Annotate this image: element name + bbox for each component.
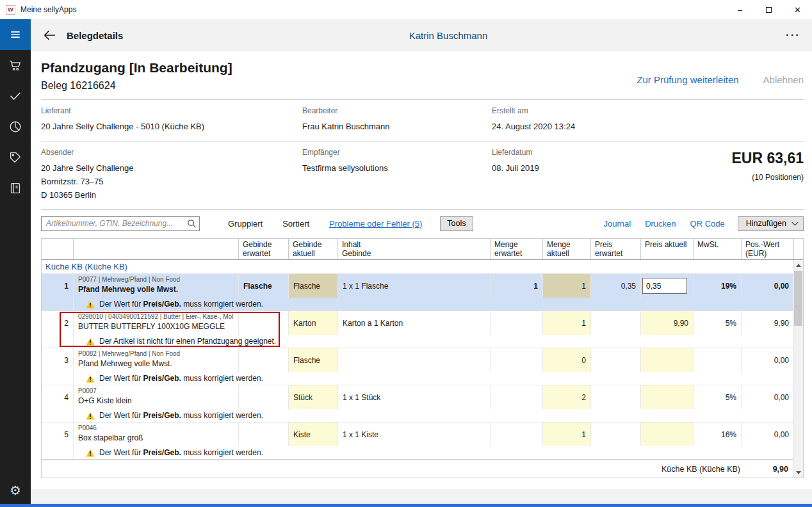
- hamburger-icon: [9, 28, 22, 41]
- menge-aktuell-cell[interactable]: 1: [543, 422, 591, 446]
- document-title: Pfandzugang [In Bearbeitung]: [41, 60, 804, 76]
- preis-aktuell-cell[interactable]: [641, 385, 694, 409]
- preis-aktuell-input[interactable]: [642, 278, 687, 294]
- col-gebinde-erwartet: Gebinde erwartet: [239, 239, 289, 259]
- gebinde-erwartet-cell: Flasche: [239, 274, 289, 298]
- drucken-link[interactable]: Drucken: [645, 219, 676, 229]
- preis-aktuell-cell[interactable]: 9,90: [641, 311, 694, 335]
- menge-aktuell-cell[interactable]: 2: [543, 385, 591, 409]
- article-meta: P0082 | Mehrweg/Pfand | Non Food: [78, 350, 234, 357]
- sidebar-item-cart[interactable]: [0, 50, 31, 81]
- table-row: 1 P0077 | Mehrweg/Pfand | Non Food Pfand…: [42, 274, 803, 311]
- col-pos-wert: Pos.-Wert (EUR): [742, 239, 794, 259]
- warning-icon: [86, 449, 95, 457]
- row-number: 3: [42, 348, 74, 372]
- tools-button[interactable]: Tools: [440, 216, 473, 231]
- gebinde-aktuell-cell[interactable]: Karton: [289, 311, 338, 335]
- scroll-down-button[interactable]: [793, 468, 803, 478]
- warning-icon: [86, 412, 95, 420]
- preis-aktuell-cell[interactable]: [641, 348, 694, 372]
- warning-icon: [86, 300, 95, 309]
- position-row-1[interactable]: 1 P0077 | Mehrweg/Pfand | Non Food Pfand…: [42, 274, 794, 298]
- user-name-link[interactable]: Katrin Buschmann: [409, 30, 488, 41]
- footer-group-label: Küche KB (Küche KB): [662, 465, 740, 474]
- search-icon[interactable]: [187, 219, 197, 231]
- menge-aktuell-cell[interactable]: 1: [543, 311, 591, 335]
- cart-icon: [8, 58, 22, 72]
- row-number: 1: [42, 274, 74, 298]
- journal-link[interactable]: Journal: [603, 219, 631, 229]
- pie-chart-icon: [8, 120, 22, 134]
- mwst-cell: [694, 348, 742, 372]
- preis-erwartet-cell: [591, 348, 641, 372]
- menge-erwartet-cell: [491, 311, 543, 335]
- gebinde-aktuell-cell[interactable]: Kiste: [289, 422, 338, 446]
- menge-aktuell-cell[interactable]: 0: [543, 348, 591, 372]
- info-empfaenger: Empfänger Testfirma sellysolutions: [302, 148, 492, 202]
- qr-code-link[interactable]: QR Code: [690, 219, 725, 229]
- sidebar-item-statistics[interactable]: [0, 111, 31, 142]
- position-row-4[interactable]: 4 P0007 O+G Kiste klein Stück 1 x 1 Stüc…: [42, 385, 794, 409]
- article-name: Pfand Mehrweg volle Mwst.: [78, 359, 234, 368]
- article-meta: P0077 | Mehrweg/Pfand | Non Food: [78, 276, 234, 283]
- sidebar-item-labels[interactable]: [0, 142, 31, 173]
- position-row-2[interactable]: 2 0298010 | 04034900121592 | Butter | Ei…: [42, 311, 794, 335]
- total-amount: EUR 63,61: [646, 150, 804, 167]
- gebinde-erwartet-cell: [239, 385, 289, 409]
- forward-for-review-button[interactable]: Zur Prüfung weiterleiten: [637, 74, 738, 85]
- reject-button[interactable]: Ablehnen: [763, 74, 804, 85]
- info-lieferant: Lieferant 20 Jahre Selly Challenge - 501…: [41, 106, 302, 133]
- pos-wert-cell: 0,00: [742, 348, 794, 372]
- gebinde-aktuell-cell[interactable]: Flasche: [289, 348, 338, 372]
- maximize-button[interactable]: [754, 0, 783, 19]
- table-row: 4 P0007 O+G Kiste klein Stück 1 x 1 Stüc…: [42, 385, 803, 422]
- close-button[interactable]: ✕: [783, 0, 812, 19]
- gebinde-aktuell-cell[interactable]: Flasche: [289, 274, 338, 298]
- sidebar-item-tasks[interactable]: [0, 81, 31, 111]
- tag-icon: [8, 150, 22, 165]
- back-button[interactable]: [42, 28, 56, 42]
- group-header[interactable]: Küche KB (Küche KB): [42, 260, 794, 274]
- inhalt-gebinde-cell: [338, 348, 491, 372]
- row-warning: Der Wert für Preis/Geb. muss korrigiert …: [42, 298, 794, 311]
- position-row-5[interactable]: 5 P0046 Box stapelbar groß Kiste 1 x 1 K…: [42, 422, 794, 446]
- minimize-button[interactable]: –: [726, 0, 754, 19]
- position-row-3[interactable]: 3 P0082 | Mehrweg/Pfand | Non Food Pfand…: [42, 348, 794, 372]
- positions-toolbar: Gruppiert Sortiert Probleme oder Fehler …: [41, 216, 804, 231]
- table-row: 2 0298010 | 04034900121592 | Butter | Ei…: [42, 311, 803, 348]
- hinzufuegen-dropdown-button[interactable]: Hinzufügen: [738, 216, 804, 231]
- inhalt-gebinde-cell: 1 x 1 Flasche: [338, 274, 491, 298]
- row-number: 2: [42, 311, 74, 335]
- position-count: (10 Positionen): [646, 173, 804, 182]
- grouped-toggle[interactable]: Gruppiert: [228, 219, 263, 229]
- menge-aktuell-cell[interactable]: 1: [543, 274, 591, 298]
- article-name: BUTTER BUTTERFLY 100X10G MEGGLE: [78, 322, 234, 331]
- pos-wert-cell: 0,00: [742, 422, 794, 446]
- scroll-up-icon: [796, 264, 801, 267]
- scrollbar-thumb[interactable]: [794, 271, 802, 326]
- vertical-scrollbar[interactable]: [793, 261, 803, 478]
- pos-wert-cell: 0,00: [742, 274, 794, 298]
- table-row: 5 P0046 Box stapelbar groß Kiste 1 x 1 K…: [42, 422, 803, 460]
- gebinde-aktuell-cell[interactable]: Stück: [289, 385, 338, 409]
- col-preis-erwartet: Preis erwartet: [591, 239, 641, 259]
- settings-button[interactable]: ⚙: [10, 484, 21, 497]
- row-number: 4: [42, 385, 74, 409]
- scroll-up-button[interactable]: [793, 261, 803, 270]
- search-input[interactable]: [41, 216, 200, 231]
- article-cell: P0007 O+G Kiste klein: [74, 385, 239, 409]
- page-title: Belegdetails: [67, 30, 123, 41]
- accent-bottom-strip: [0, 504, 812, 507]
- sorted-toggle[interactable]: Sortiert: [282, 219, 309, 229]
- gear-icon: ⚙: [10, 483, 21, 497]
- warning-icon: [86, 374, 95, 383]
- sidebar-item-catalog[interactable]: [0, 173, 31, 204]
- hamburger-menu-button[interactable]: [0, 19, 31, 50]
- problems-errors-link[interactable]: Probleme oder Fehler (5): [329, 219, 422, 229]
- app-icon: W: [6, 5, 15, 15]
- more-options-button[interactable]: ···: [786, 29, 800, 42]
- col-menge-erwartet: Menge erwartet: [491, 239, 543, 259]
- preis-erwartet-cell: 0,35: [591, 274, 641, 298]
- window-title: Meine sellyApps: [20, 5, 76, 14]
- preis-aktuell-cell[interactable]: [641, 422, 694, 446]
